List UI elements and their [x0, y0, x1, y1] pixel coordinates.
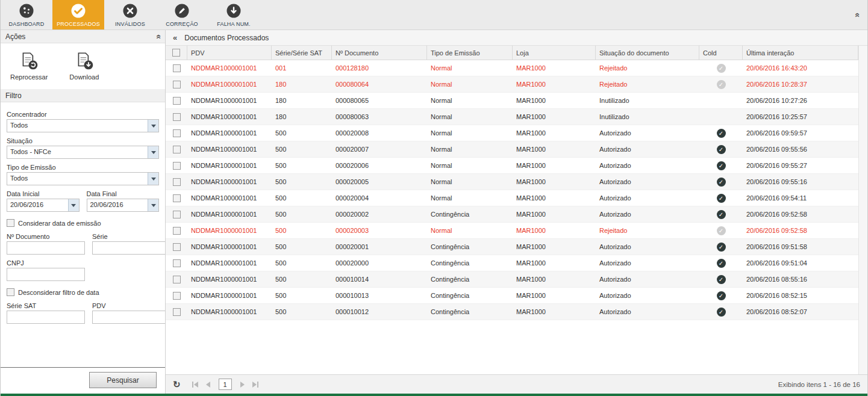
- table-row[interactable]: NDDMAR1000001001 180 000080065 Normal MA…: [166, 93, 858, 109]
- desconsiderar-filtro-checkbox[interactable]: [7, 288, 14, 296]
- tab-dashboard[interactable]: DASHBOARD: [1, 0, 52, 29]
- row-checkbox[interactable]: [173, 64, 181, 72]
- row-checkbox[interactable]: [173, 81, 181, 88]
- cell-documento: 000010012: [332, 304, 427, 320]
- cell-ultima-interacao: 20/06/2016 09:55:16: [743, 174, 858, 190]
- cell-situacao: Autorizado: [596, 304, 699, 320]
- pencil-circle-icon: [174, 3, 190, 19]
- column-header[interactable]: Loja: [513, 46, 596, 60]
- data-final-picker[interactable]: 20/06/2016: [87, 199, 160, 212]
- considerar-data-checkbox-row[interactable]: Considerar data de emissão: [7, 219, 159, 227]
- cell-cold: ✓: [699, 76, 743, 92]
- cnpj-input[interactable]: [7, 268, 85, 281]
- chevron-up-icon: »: [852, 13, 861, 17]
- row-checkbox[interactable]: [173, 276, 181, 283]
- previous-page-button[interactable]: [205, 380, 211, 389]
- row-checkbox[interactable]: [173, 146, 181, 153]
- data-inicial-picker[interactable]: 20/06/2016: [7, 199, 80, 212]
- row-checkbox-cell: [166, 239, 187, 255]
- first-page-button[interactable]: [191, 380, 199, 389]
- table-row[interactable]: NDDMAR1000001001 500 000020004 Normal MA…: [166, 190, 858, 206]
- column-header[interactable]: Cold: [699, 46, 743, 60]
- cell-serie: 180: [272, 93, 332, 108]
- tipo-emissao-label: Tipo de Emissão: [7, 164, 159, 171]
- select-all-checkbox[interactable]: [172, 49, 180, 57]
- row-checkbox[interactable]: [173, 178, 181, 186]
- cell-loja: MAR1000: [513, 288, 596, 303]
- cell-tipo-emissao: Contingência: [427, 206, 513, 222]
- row-checkbox[interactable]: [173, 211, 181, 218]
- page-number-input[interactable]: 1: [219, 379, 232, 390]
- table-row[interactable]: NDDMAR1000001001 500 000020001 Contingên…: [166, 239, 858, 255]
- row-checkbox[interactable]: [173, 292, 181, 300]
- cell-tipo-emissao: Normal: [427, 60, 513, 76]
- table-row[interactable]: NDDMAR1000001001 180 000080064 Normal MA…: [166, 76, 858, 93]
- table-row[interactable]: NDDMAR1000001001 001 000128180 Normal MA…: [166, 60, 858, 76]
- column-header[interactable]: Tipo de Emissão: [427, 46, 513, 60]
- row-checkbox[interactable]: [173, 308, 181, 316]
- row-checkbox[interactable]: [173, 162, 181, 170]
- table-row[interactable]: NDDMAR1000001001 500 000020007 Normal MA…: [166, 141, 858, 158]
- table-row[interactable]: NDDMAR1000001001 500 000010013 Contingên…: [166, 288, 858, 304]
- cell-situacao: Autorizado: [596, 255, 699, 271]
- table-scrollbar[interactable]: [858, 46, 867, 374]
- row-checkbox[interactable]: [173, 243, 181, 251]
- table-row[interactable]: NDDMAR1000001001 500 000020008 Normal MA…: [166, 125, 858, 141]
- cell-loja: MAR1000: [513, 206, 596, 222]
- tipo-emissao-select[interactable]: Todos: [7, 172, 159, 185]
- row-checkbox[interactable]: [173, 113, 181, 121]
- cell-documento: 000020006: [332, 158, 427, 173]
- cell-situacao: Autorizado: [596, 174, 699, 190]
- tab-processados[interactable]: PROCESSADOS: [52, 0, 104, 29]
- refresh-icon[interactable]: ↻: [173, 379, 181, 390]
- concentrador-select[interactable]: Todos: [7, 119, 159, 132]
- column-header[interactable]: PDV: [187, 46, 272, 60]
- tab-correcao[interactable]: CORREÇÃO: [156, 0, 208, 29]
- tab-label: INVÁLIDOS: [115, 21, 145, 27]
- tab-falha-num[interactable]: FALHA NUM.: [208, 0, 260, 29]
- cell-cold: ✓: [699, 109, 743, 125]
- table-row[interactable]: NDDMAR1000001001 500 000020006 Normal MA…: [166, 158, 858, 174]
- considerar-data-checkbox[interactable]: [7, 219, 14, 227]
- cell-tipo-emissao: Contingência: [427, 288, 513, 303]
- row-checkbox[interactable]: [173, 194, 181, 202]
- table-row[interactable]: NDDMAR1000001001 500 000010014 Contingên…: [166, 271, 858, 288]
- row-checkbox[interactable]: [173, 227, 181, 235]
- cell-documento: 000020005: [332, 174, 427, 190]
- table-row[interactable]: NDDMAR1000001001 500 000020003 Normal MA…: [166, 223, 858, 239]
- cold-check-icon: ✓: [717, 291, 726, 300]
- table-row[interactable]: NDDMAR1000001001 180 000080063 Normal MA…: [166, 109, 858, 125]
- collapse-sidebar-icon[interactable]: «: [173, 33, 177, 42]
- row-checkbox[interactable]: [173, 97, 181, 105]
- next-page-button[interactable]: [239, 380, 246, 389]
- pesquisar-button[interactable]: Pesquisar: [89, 372, 157, 388]
- cell-documento: 000010014: [332, 271, 427, 287]
- column-header[interactable]: Série/Série SAT: [272, 46, 332, 60]
- serie-input[interactable]: [92, 241, 165, 255]
- table-row[interactable]: NDDMAR1000001001 500 000020000 Contingên…: [166, 255, 858, 271]
- table-row[interactable]: NDDMAR1000001001 500 000020005 Normal MA…: [166, 174, 858, 190]
- situacao-label: Situação: [7, 137, 159, 144]
- desconsiderar-filtro-checkbox-row[interactable]: Desconsiderar filtro de data: [7, 288, 159, 296]
- page-title: Documentos Processados: [184, 34, 269, 42]
- download-button[interactable]: Download: [69, 51, 99, 81]
- cell-pdv: NDDMAR1000001001: [187, 109, 272, 125]
- collapse-actions-icon[interactable]: »: [153, 34, 163, 39]
- last-page-button[interactable]: [251, 380, 260, 389]
- row-checkbox[interactable]: [173, 259, 181, 267]
- num-documento-input[interactable]: [7, 241, 85, 255]
- column-header[interactable]: Última interação: [743, 46, 858, 60]
- collapse-toolbar-button[interactable]: »: [854, 10, 859, 20]
- table-row[interactable]: NDDMAR1000001001 500 000010012 Contingên…: [166, 304, 858, 320]
- serie-sat-input[interactable]: [7, 311, 85, 324]
- row-checkbox[interactable]: [173, 129, 181, 137]
- table-row[interactable]: NDDMAR1000001001 500 000020002 Contingên…: [166, 206, 858, 223]
- situacao-select[interactable]: Todos - NFCe: [7, 146, 159, 159]
- pdv-input[interactable]: [92, 311, 165, 324]
- cell-loja: MAR1000: [513, 223, 596, 238]
- column-header[interactable]: Situação do documento: [596, 46, 699, 60]
- tab-invalidos[interactable]: INVÁLIDOS: [104, 0, 156, 29]
- column-header[interactable]: Nº Documento: [332, 46, 427, 60]
- document-reprocess-icon: [19, 51, 39, 71]
- reprocessar-button[interactable]: Reprocessar: [10, 51, 48, 81]
